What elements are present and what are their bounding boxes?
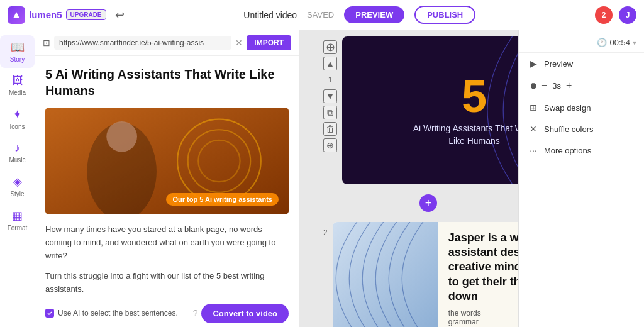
style-icon: ◈ [13, 175, 22, 189]
right-panel: 🕐 00:54 ▾ ▶ Preview ⏺ − 3s + ⊞ Swap desi… [518, 30, 644, 327]
sidebar-label-icons: Icons [10, 123, 25, 130]
svg-point-6 [106, 121, 137, 152]
shuffle-colors-option[interactable]: ✕ Shuffle colors [519, 118, 644, 140]
content-panel: ⊡ ✕ IMPORT 5 Ai Writing Assistants That … [35, 30, 299, 327]
chevron-down-icon[interactable]: ▼ [323, 89, 337, 103]
slide1-big-number: 5 [413, 74, 518, 119]
url-clear-icon[interactable]: ✕ [235, 38, 243, 48]
story-icon: 📖 [11, 40, 25, 54]
slide-2-visual: Jasper is a writing assistant designed f… [333, 222, 518, 327]
slide-2-row: 2 [318, 222, 518, 327]
more-options-label: More options [544, 146, 591, 155]
slide1-subtitle: Ai Writing Assistants That WriteLike Hum… [413, 123, 518, 147]
preview-button[interactable]: PREVIEW [344, 6, 404, 23]
ai-checkbox[interactable] [45, 309, 54, 318]
article-content: 5 Ai Writing Assistants That Write Like … [35, 56, 299, 327]
add-slide-between: + [318, 192, 518, 214]
logo-text: lumen5 [29, 9, 62, 20]
sidebar-item-icons[interactable]: ✦ Icons [0, 103, 35, 135]
record-icon: ⏺ [528, 80, 539, 91]
avatar[interactable]: J [619, 6, 636, 24]
more-options-icon: ··· [528, 145, 539, 155]
url-bar: ⊡ ✕ IMPORT [35, 30, 299, 56]
duration-value: 3s [552, 81, 561, 91]
swap-design-option[interactable]: ⊞ Swap design [519, 97, 644, 118]
back-button[interactable]: ↩ [115, 8, 125, 22]
slide-2-number: 2 [323, 228, 328, 237]
time-chevron-icon[interactable]: ▾ [633, 38, 636, 47]
slide-2-card[interactable]: Jasper is a writing assistant designed f… [333, 222, 518, 327]
article-title: 5 Ai Writing Assistants That Write Like … [45, 66, 289, 99]
slide2-title: Jasper is a writing assistant designed f… [448, 231, 518, 304]
time-value: 00:54 [609, 38, 630, 47]
notification-icon[interactable]: 2 [595, 6, 613, 24]
article-body-1: How many times have you stared at a blan… [45, 223, 289, 262]
sidebar-item-style[interactable]: ◈ Style [0, 170, 35, 202]
url-icon: ⊡ [43, 38, 50, 48]
duplicate-slide-button[interactable]: ⧉ [323, 106, 337, 119]
svg-rect-7 [333, 222, 438, 327]
slide1-content: 5 Ai Writing Assistants That WriteLike H… [413, 74, 518, 147]
chevron-up-icon[interactable]: ▲ [323, 57, 337, 70]
slide2-subtitle-1: the words [448, 309, 518, 318]
more-options-option[interactable]: ··· More options [519, 140, 644, 161]
center-area: ⊕ ▲ 1 ▼ ⧉ 🗑 ⊕ [299, 30, 518, 327]
slide2-subtitle-2: grammar [448, 318, 518, 326]
shuffle-icon: ✕ [528, 124, 539, 134]
topbar-center: Untitled video SAVED PREVIEW PUBLISH [131, 6, 589, 24]
sidebar-item-format[interactable]: ▦ Format [0, 204, 35, 236]
main-layout: 📖 Story 🖼 Media ✦ Icons ♪ Music ◈ Style … [0, 30, 644, 327]
clock-icon: 🕐 [597, 38, 607, 47]
sidebar-item-media[interactable]: 🖼 Media [0, 69, 35, 101]
saved-badge: SAVED [307, 10, 334, 19]
duration-option: ⏺ − 3s + [519, 74, 644, 97]
preview-option[interactable]: ▶ Preview [519, 53, 644, 74]
video-title: Untitled video [243, 10, 297, 20]
help-icon[interactable]: ? [193, 308, 198, 318]
music-icon: ♪ [14, 141, 20, 155]
ai-checkbox-row: Use AI to select the best sentences. ? C… [45, 304, 289, 323]
slide2-left-panel [333, 222, 438, 327]
media-icon: 🖼 [12, 74, 23, 87]
play-icon: ▶ [528, 58, 539, 69]
icons-icon: ✦ [13, 108, 22, 121]
ai-checkbox-label: Use AI to select the best sentences. [58, 309, 189, 318]
duration-minus-button[interactable]: − [541, 80, 547, 91]
sidebar-item-music[interactable]: ♪ Music [0, 136, 35, 169]
slide-1-row: ⊕ ▲ 1 ▼ ⧉ 🗑 ⊕ [318, 36, 518, 184]
swap-icon: ⊞ [528, 103, 539, 113]
image-overlay-text: Our top 5 Ai writing assistants [166, 193, 279, 206]
slide-1-card[interactable]: 5 Ai Writing Assistants That WriteLike H… [342, 36, 518, 184]
top-bar: lumen5 UPGRADE ↩ Untitled video SAVED PR… [0, 0, 644, 30]
article-body-2: Turn this struggle into a fight with our… [45, 270, 289, 296]
format-icon: ▦ [12, 209, 23, 223]
sidebar-label-media: Media [9, 89, 26, 96]
convert-to-video-button[interactable]: Convert to video [201, 304, 289, 323]
slide2-right-panel: Jasper is a writing assistant designed f… [438, 222, 518, 327]
sidebar-label-style: Style [10, 191, 24, 197]
sidebar-label-story: Story [10, 56, 25, 63]
sidebar: 📖 Story 🖼 Media ✦ Icons ♪ Music ◈ Style … [0, 30, 35, 327]
sidebar-label-format: Format [8, 224, 28, 231]
add-after-button[interactable]: ⊕ [323, 138, 337, 152]
import-button[interactable]: IMPORT [247, 35, 291, 50]
add-scene-button[interactable]: ⊕ [323, 40, 337, 54]
url-input[interactable] [54, 36, 231, 50]
logo: lumen5 UPGRADE [8, 6, 106, 24]
svg-marker-0 [13, 12, 19, 18]
sidebar-label-music: Music [9, 157, 25, 164]
preview-label: Preview [544, 59, 573, 69]
add-slide-button[interactable]: + [419, 194, 437, 212]
upgrade-button[interactable]: UPGRADE [66, 9, 106, 20]
duration-plus-button[interactable]: + [566, 80, 572, 91]
time-row: 🕐 00:54 ▾ [519, 35, 644, 53]
swap-design-label: Swap design [544, 103, 591, 113]
slide-1-visual: 5 Ai Writing Assistants That WriteLike H… [342, 36, 518, 184]
article-image: Our top 5 Ai writing assistants [45, 108, 289, 214]
slide2-lines-svg [333, 222, 438, 327]
slide-1-number: 1 [328, 75, 333, 84]
delete-slide-button[interactable]: 🗑 [323, 122, 337, 136]
publish-button[interactable]: PUBLISH [414, 6, 475, 24]
sidebar-item-story[interactable]: 📖 Story [0, 35, 35, 68]
shuffle-colors-label: Shuffle colors [544, 125, 594, 134]
